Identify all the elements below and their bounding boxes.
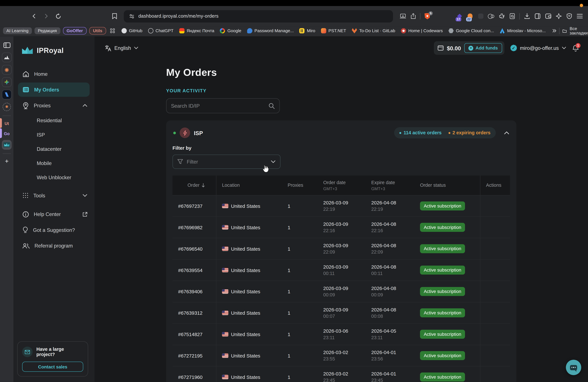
workspace-boat-icon[interactable] bbox=[2, 52, 12, 62]
forward-button[interactable] bbox=[42, 12, 50, 20]
sidebar-item-proxies[interactable]: Proxies bbox=[14, 98, 94, 113]
sidebar-item-help-center[interactable]: Help Center bbox=[14, 206, 94, 222]
bookmark-miro[interactable]: Miro bbox=[299, 28, 315, 33]
download-icon[interactable] bbox=[524, 13, 530, 19]
order-id: #67271960 bbox=[178, 374, 203, 380]
order-date: 2026-03-02 bbox=[323, 350, 348, 355]
search-icon[interactable] bbox=[269, 103, 275, 109]
bookmark-codewars[interactable]: Home | Codewars bbox=[401, 28, 443, 33]
sidebar-item-home[interactable]: Home bbox=[14, 66, 94, 82]
sidebar-panel-icon[interactable] bbox=[534, 13, 541, 19]
url-text: dashboard.iproyal.com/me/my-orders bbox=[138, 14, 219, 19]
account-menu[interactable]: ✓ miro@go-offer.us bbox=[510, 45, 566, 51]
page-search-icon[interactable] bbox=[509, 13, 515, 19]
workspace-gemini-icon[interactable] bbox=[2, 77, 12, 87]
sidebar-item-my-orders[interactable]: My Orders bbox=[18, 83, 90, 97]
sidebar-item-datacenter[interactable]: Datacenter bbox=[14, 142, 94, 156]
bookmark-folder-ai-learning[interactable]: AI Learning bbox=[3, 27, 32, 34]
column-header-order[interactable]: Order bbox=[172, 175, 216, 195]
search-input[interactable] bbox=[171, 103, 266, 108]
order-row[interactable]: #67696982 United States 1 2026-03-0922:1… bbox=[172, 216, 510, 238]
workspace-label-ut[interactable]: Ut bbox=[0, 120, 14, 127]
sidebar-item-residential[interactable]: Residential bbox=[14, 113, 94, 127]
order-id: #67639554 bbox=[178, 267, 203, 273]
order-row[interactable]: #67639312 United States 1 2026-03-0900:0… bbox=[172, 302, 510, 323]
extension-orange-icon[interactable]: 22 bbox=[467, 13, 473, 19]
bookmark-chatgpt[interactable]: ChatGPT bbox=[148, 28, 173, 33]
sidebar-item-web-unblocker[interactable]: Web Unblocker bbox=[14, 170, 94, 185]
bookmark-google[interactable]: Google bbox=[220, 28, 241, 33]
wallet-icon bbox=[437, 45, 443, 51]
orders-summary-pill: 114 active orders 2 expiring orders bbox=[394, 127, 496, 138]
all-bookmarks-button[interactable]: Все закладки bbox=[559, 26, 588, 35]
brave-shield-icon[interactable]: 5 bbox=[424, 13, 431, 19]
bookmarks-overflow-chevrons[interactable] bbox=[552, 29, 557, 33]
sidebar-toggle-icon[interactable] bbox=[2, 40, 12, 50]
collapse-section-chevron[interactable] bbox=[504, 131, 509, 134]
bookmark-folder-redakcia[interactable]: Редакция bbox=[34, 27, 60, 34]
bookmark-pst[interactable]: PST.NET bbox=[321, 28, 346, 33]
add-funds-button[interactable]: + Add funds bbox=[464, 43, 502, 53]
bookmark-microsoft[interactable]: Miroslav - Microso... bbox=[500, 28, 546, 33]
us-flag-icon bbox=[222, 246, 228, 251]
laptop-sync-icon[interactable] bbox=[400, 13, 406, 19]
workspace-iproyal-icon[interactable] bbox=[2, 140, 12, 150]
notifications-button[interactable]: 1 bbox=[572, 44, 579, 52]
order-row[interactable]: #67697237 United States 1 2026-03-0922:1… bbox=[172, 195, 510, 216]
live-chat-button[interactable] bbox=[566, 360, 581, 375]
status-badge: Active subscription bbox=[420, 287, 465, 296]
workspace-label-go[interactable]: Go bbox=[0, 130, 14, 137]
brand-logo[interactable]: IPRoyal bbox=[22, 46, 94, 55]
wallet-icon[interactable] bbox=[545, 13, 551, 19]
workspace-dark-icon[interactable] bbox=[2, 90, 12, 100]
add-workspace-button[interactable]: + bbox=[5, 157, 9, 165]
bookmark-folder-utils[interactable]: Utils bbox=[89, 27, 106, 35]
workspace-dashed-icon[interactable]: ✺ bbox=[2, 102, 12, 112]
bookmark-gitlab-todo[interactable]: To-Do List · GitLab bbox=[352, 28, 395, 33]
order-row[interactable]: #67272195 United States 1 2026-03-0223:5… bbox=[172, 345, 510, 366]
sidebar-item-isp[interactable]: ISP bbox=[14, 127, 94, 142]
reload-button[interactable] bbox=[54, 12, 63, 20]
us-flag-icon bbox=[222, 289, 228, 294]
bookmark-yandex-mail[interactable]: Яндекс Почта bbox=[179, 28, 214, 33]
notification-count-badge: 1 bbox=[576, 43, 581, 48]
contact-sales-button[interactable]: Contact sales bbox=[22, 361, 83, 372]
language-selector[interactable]: English bbox=[105, 45, 139, 51]
order-row[interactable]: #67696540 United States 1 2026-03-0922:0… bbox=[172, 238, 510, 259]
order-row[interactable]: #67271960 United States 1 2026-03-0223:4… bbox=[172, 366, 510, 382]
bookmark-password-manager[interactable]: Password Manage... bbox=[247, 28, 294, 33]
ai-sparkle-icon[interactable] bbox=[555, 13, 562, 19]
vpn-shield-icon[interactable] bbox=[566, 13, 572, 19]
isp-section-header[interactable]: ISP 114 active orders 2 expiring orders bbox=[172, 125, 510, 139]
order-id: #67272195 bbox=[178, 353, 203, 358]
bookmark-github[interactable]: GitHub bbox=[122, 28, 142, 33]
address-bar[interactable]: dashboard.iproyal.com/me/my-orders bbox=[124, 10, 393, 22]
share-icon[interactable] bbox=[410, 13, 416, 19]
order-id: #67639406 bbox=[178, 289, 203, 294]
order-row[interactable]: #67514827 United States 1 2026-03-0623:1… bbox=[172, 323, 510, 345]
sidebar-nav: Home My Orders Proxies Residential ISP D… bbox=[14, 66, 94, 254]
bookmark-google-cloud[interactable]: Google Cloud con... bbox=[448, 28, 494, 33]
browser-sidebar-strip: ✺ ✺ Ut Go + bbox=[0, 36, 14, 382]
extension-ae-icon[interactable] bbox=[488, 13, 494, 19]
order-row[interactable]: #67639406 United States 1 2026-03-0900:0… bbox=[172, 280, 510, 302]
order-row[interactable]: #67639554 United States 1 2026-03-0900:1… bbox=[172, 259, 510, 280]
extension-purple-icon[interactable]: 17 bbox=[456, 13, 463, 19]
apps-grid-icon[interactable] bbox=[110, 28, 115, 33]
bookmark-icon[interactable] bbox=[110, 12, 119, 20]
extension-dark-icon[interactable] bbox=[477, 13, 484, 19]
workspace-starburst-icon[interactable]: ✺ bbox=[2, 65, 12, 75]
order-location: United States bbox=[231, 310, 260, 316]
us-flag-icon bbox=[222, 225, 228, 230]
bookmark-folder-gooffer[interactable]: GoOffer bbox=[63, 27, 87, 35]
site-settings-icon[interactable] bbox=[129, 13, 135, 19]
project-card-title: Have a large project? bbox=[36, 347, 83, 357]
sidebar-item-suggestion[interactable]: Got a Suggestion? bbox=[14, 222, 94, 238]
sidebar-item-tools[interactable]: Tools bbox=[14, 188, 94, 203]
puzzle-icon[interactable] bbox=[498, 13, 505, 19]
order-proxies: 1 bbox=[282, 195, 318, 216]
sidebar-item-mobile[interactable]: Mobile bbox=[14, 156, 94, 170]
back-button[interactable] bbox=[30, 12, 38, 20]
menu-icon[interactable] bbox=[576, 13, 583, 19]
sidebar-item-referral[interactable]: Referral program bbox=[14, 238, 94, 254]
